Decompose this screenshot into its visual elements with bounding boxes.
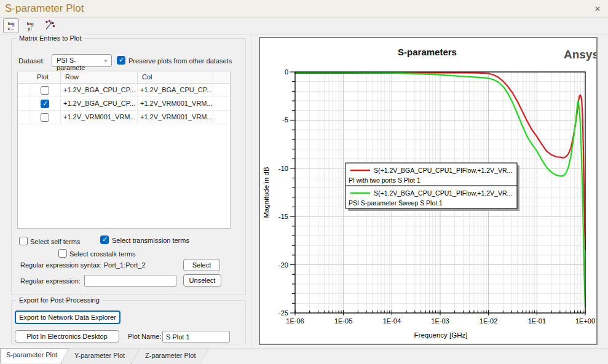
unselect-button[interactable]: Unselect	[183, 274, 221, 287]
log-x-axis-button[interactable]: logx→	[3, 18, 19, 33]
col-header-col[interactable]: Col	[142, 73, 152, 81]
table-row[interactable]: +1.2V_VRM001_VRM...+1.2V_VRM001_VRM...	[18, 111, 230, 124]
toolbar: logx→ logy↑	[0, 18, 608, 34]
scatter-markers-icon	[44, 19, 56, 31]
select-crosstalk-terms-checkbox[interactable]	[58, 249, 67, 258]
svg-text:Ansys: Ansys	[564, 48, 596, 61]
preserve-plots-label: Preserve plots from other datasets	[128, 57, 232, 65]
dataset-label: Dataset:	[18, 57, 45, 65]
plot-row-checkbox[interactable]	[41, 86, 49, 95]
log-y-axis-button[interactable]: logy↑	[22, 18, 38, 33]
matrix-entries-group-title: Matrix Entries to Plot	[17, 34, 84, 42]
select-self-terms-checkbox[interactable]	[19, 237, 28, 245]
svg-text:Magnitude in dB: Magnitude in dB	[263, 167, 270, 218]
svg-text:S(+1.2V_BGA_CPU_CPU1_PIFlow,+1: S(+1.2V_BGA_CPU_CPU1_PIFlow,+1.2V_VR...	[374, 167, 512, 174]
log-x-icon: logx→	[4, 22, 18, 31]
tab-z-parameter-plot[interactable]: Z-parameter Plot	[132, 349, 209, 364]
select-button[interactable]: Select	[183, 259, 220, 271]
select-transmission-terms-label: Select transmission terms	[112, 237, 189, 244]
matrix-table[interactable]: Plot Row Col +1.2V_BGA_CPU_CP...+1.2V_BG…	[17, 71, 231, 229]
tab-s-parameter-plot[interactable]: S-parameter Plot	[0, 348, 69, 363]
tab-label: Z-parameter Plot	[145, 352, 196, 359]
svg-text:1E-04: 1E-04	[383, 317, 401, 325]
select-transmission-terms-checkbox[interactable]	[100, 235, 109, 244]
svg-text:1E-02: 1E-02	[480, 317, 497, 325]
marker-plot-button[interactable]	[42, 18, 58, 33]
select-self-terms-label: Select self terms	[30, 238, 80, 245]
col-cell: +1.2V_VRM001_VRM...	[140, 100, 213, 107]
regex-syntax-label: Regular expression syntax: Port_1:Port_2	[20, 261, 146, 269]
chevron-down-icon: ⌄	[103, 56, 108, 63]
export-group-title: Export for Post-Processing	[17, 296, 102, 304]
export-network-data-explorer-button[interactable]: Export to Network Data Explorer	[15, 311, 120, 324]
svg-text:1E-06: 1E-06	[286, 317, 304, 325]
matrix-table-header: Plot Row Col	[18, 71, 230, 84]
chart-panel: 1E-061E-051E-041E-031E-021E-011E+000-5-1…	[259, 37, 598, 345]
svg-text:-25: -25	[278, 309, 288, 317]
svg-text:0: 0	[285, 68, 288, 76]
svg-text:S(+1.2V_BGA_CPU_CPU1_PIFlow,+1: S(+1.2V_BGA_CPU_CPU1_PIFlow,+1.2V_VR...	[374, 189, 512, 197]
dataset-value: PSI S-paramete	[57, 57, 85, 71]
plot-in-electronics-desktop-button[interactable]: Plot In Electronics Desktop	[15, 330, 119, 342]
plot-name-input[interactable]	[162, 331, 230, 342]
toolbar-separator	[0, 34, 608, 35]
regex-label: Regular expression:	[20, 277, 81, 285]
row-cell: +1.2V_BGA_CPU_CP...	[63, 86, 135, 93]
s-parameters-chart: 1E-061E-051E-041E-031E-021E-011E+000-5-1…	[260, 38, 596, 344]
plot-name-label: Plot Name:	[128, 333, 161, 340]
tab-y-parameter-plot[interactable]: Y-parameter Plot	[61, 349, 140, 364]
panel-divider	[251, 35, 251, 348]
plot-row-checkbox[interactable]	[41, 113, 49, 122]
preserve-plots-checkbox[interactable]	[117, 56, 125, 65]
svg-text:Frequency [GHz]: Frequency [GHz]	[414, 331, 468, 339]
title-bar: S-parameter Plot ✕	[0, 0, 608, 18]
row-cell: +1.2V_VRM001_VRM...	[63, 113, 136, 121]
svg-text:1E-01: 1E-01	[528, 317, 546, 325]
svg-text:S-parameters: S-parameters	[398, 47, 457, 57]
row-cell: +1.2V_BGA_CPU_CP...	[63, 100, 135, 107]
close-icon[interactable]: ✕	[592, 4, 603, 15]
svg-text:-20: -20	[278, 261, 288, 269]
table-row[interactable]: +1.2V_BGA_CPU_CP...+1.2V_VRM001_VRM...	[18, 97, 230, 111]
svg-text:-10: -10	[278, 165, 288, 172]
tab-label: S-parameter Plot	[6, 351, 57, 358]
svg-text:-5: -5	[282, 116, 288, 124]
log-y-icon: logy↑	[22, 22, 38, 31]
col-cell: +1.2V_BGA_CPU_CP...	[140, 86, 212, 93]
plot-row-checkbox[interactable]	[41, 100, 49, 108]
col-header-row[interactable]: Row	[65, 73, 79, 81]
svg-text:-15: -15	[278, 213, 288, 220]
tab-label: Y-parameter Plot	[74, 352, 125, 359]
select-crosstalk-terms-label: Select crosstalk terms	[69, 250, 136, 258]
svg-text:1E-03: 1E-03	[431, 317, 449, 325]
dataset-combobox[interactable]: PSI S-paramete ⌄	[52, 54, 112, 67]
col-header-plot[interactable]: Plot	[37, 73, 49, 81]
regex-input[interactable]	[84, 275, 176, 287]
svg-text:PSI S-parameter Sweep S Plot 1: PSI S-parameter Sweep S Plot 1	[349, 199, 443, 207]
svg-text:PI with two ports S Plot 1: PI with two ports S Plot 1	[349, 176, 420, 184]
table-row[interactable]: +1.2V_BGA_CPU_CP...+1.2V_BGA_CPU_CP...	[18, 84, 230, 97]
svg-text:1E-05: 1E-05	[334, 317, 352, 325]
col-cell: +1.2V_VRM001_VRM...	[140, 113, 213, 121]
svg-text:1E+00: 1E+00	[575, 317, 595, 325]
window-title: S-parameter Plot	[5, 2, 84, 15]
